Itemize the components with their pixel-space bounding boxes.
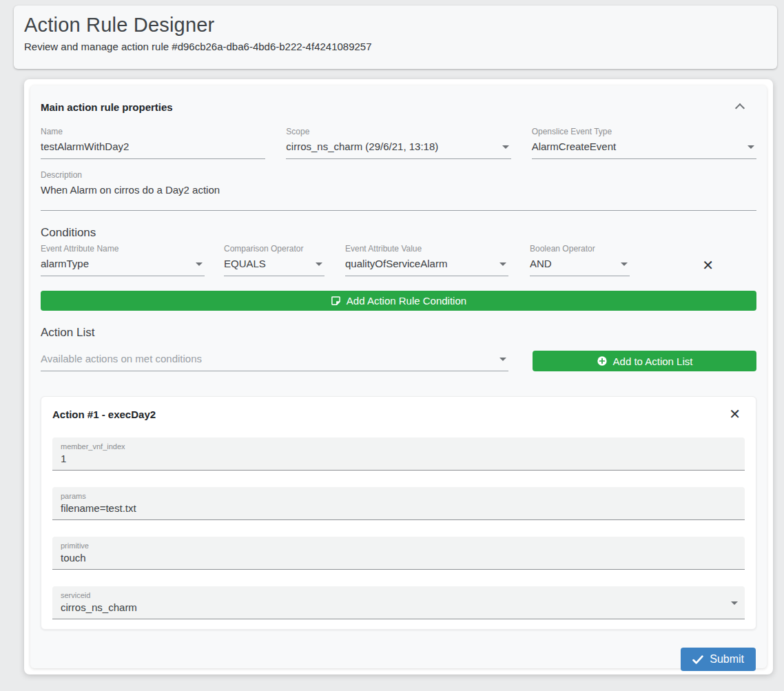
event-attribute-value-value: qualityOfServiceAlarm [345,257,508,270]
remove-action-icon[interactable]: ✕ [729,407,741,421]
check-icon [692,655,703,664]
panel-title: Main action rule properties [41,101,173,113]
main-properties-panel: Main action rule properties Name testAla… [30,85,767,668]
remove-condition-icon[interactable]: ✕ [702,258,714,272]
add-to-action-list-label: Add to Action List [613,355,693,367]
event-attribute-value-select[interactable]: Event Attribute Value qualityOfServiceAl… [345,244,508,276]
event-type-select[interactable]: Openslice Event Type AlarmCreateEvent [532,127,756,159]
scope-label: Scope [286,127,510,136]
dropdown-arrow-icon [502,145,509,149]
available-actions-select[interactable]: Available actions on met conditions [41,352,508,371]
scope-value: cirros_ns_charm (29/6/21, 13:18) [286,140,510,153]
boolean-operator-value: AND [530,257,630,270]
dropdown-arrow-icon [499,262,506,266]
submit-label: Submit [710,653,744,666]
primitive-value: touch [61,552,736,564]
serviceid-label: serviceid [61,591,736,599]
event-attribute-name-value: alarmType [41,257,205,270]
submit-row: Submit [41,648,756,671]
serviceid-select[interactable]: serviceid cirros_ns_charm [52,586,745,619]
description-field[interactable]: Description When Alarm on cirros do a Da… [41,170,756,211]
add-to-action-list-button[interactable]: Add to Action List [533,351,756,371]
add-condition-button[interactable]: Add Action Rule Condition [41,291,756,311]
page-title: Action Rule Designer [24,14,777,37]
action-list-title: Action List [41,326,756,340]
available-actions-placeholder: Available actions on met conditions [41,352,508,365]
plus-circle-icon [597,355,608,367]
comparison-operator-value: EQUALS [224,257,324,270]
event-attribute-name-label: Event Attribute Name [41,244,205,254]
event-attribute-name-select[interactable]: Event Attribute Name alarmType [41,244,205,276]
description-label: Description [41,170,756,180]
scope-select[interactable]: Scope cirros_ns_charm (29/6/21, 13:18) [286,127,510,159]
primitive-field[interactable]: primitive touch [52,537,745,570]
action-list-row: Available actions on met conditions Add … [41,351,756,371]
action-rule-designer-page: Action Rule Designer Review and manage a… [0,0,784,691]
main-card: Main action rule properties Name testAla… [24,79,773,674]
note-icon [331,296,341,306]
dropdown-arrow-icon [196,262,203,266]
params-value: filename=test.txt [61,502,736,514]
member-vnf-index-value: 1 [61,453,736,464]
main-properties-row: Name testAlarmWithDay2 Scope cirros_ns_c… [41,127,756,159]
page-header: Action Rule Designer Review and manage a… [14,6,777,69]
event-type-label: Openslice Event Type [532,127,756,136]
dropdown-arrow-icon [621,262,628,266]
boolean-operator-label: Boolean Operator [530,244,630,254]
conditions-title: Conditions [41,226,756,240]
params-field[interactable]: params filename=test.txt [52,487,745,520]
member-vnf-index-field[interactable]: member_vnf_index 1 [52,437,745,471]
page-subtitle: Review and manage action rule #d96cb26a-… [24,41,777,52]
dropdown-arrow-icon [731,601,738,605]
name-label: Name [41,127,265,136]
comparison-operator-select[interactable]: Comparison Operator EQUALS [224,244,324,276]
comparison-operator-label: Comparison Operator [224,244,324,254]
chevron-up-icon[interactable] [736,103,744,111]
action-card-title: Action #1 - execDay2 [52,409,156,420]
action-card: Action #1 - execDay2 ✕ member_vnf_index … [41,396,756,630]
action-card-header: Action #1 - execDay2 ✕ [52,407,745,421]
boolean-operator-select[interactable]: Boolean Operator AND [530,244,630,276]
dropdown-arrow-icon [499,358,506,361]
serviceid-value: cirros_ns_charm [61,601,736,613]
submit-button[interactable]: Submit [681,648,756,671]
panel-header[interactable]: Main action rule properties [41,92,756,121]
primitive-label: primitive [61,542,736,550]
description-value: When Alarm on cirros do a Day2 action [41,183,756,196]
params-label: params [61,492,736,500]
name-value: testAlarmWithDay2 [41,140,265,153]
add-condition-label: Add Action Rule Condition [347,295,466,307]
event-attribute-value-label: Event Attribute Value [345,244,508,254]
name-field[interactable]: Name testAlarmWithDay2 [41,127,265,159]
member-vnf-index-label: member_vnf_index [61,442,736,451]
dropdown-arrow-icon [747,145,754,149]
dropdown-arrow-icon [316,262,322,266]
event-type-value: AlarmCreateEvent [532,140,756,153]
condition-row: Event Attribute Name alarmType Compariso… [41,244,756,276]
